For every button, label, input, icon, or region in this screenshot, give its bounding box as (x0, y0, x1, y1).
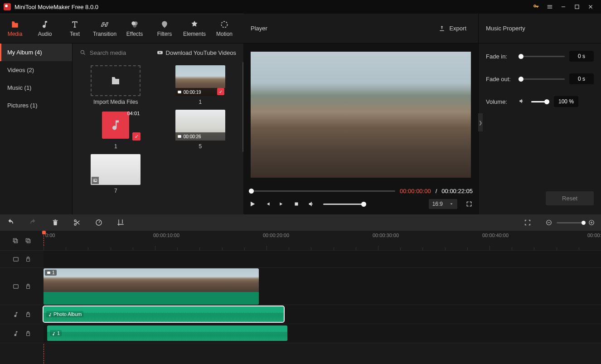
download-youtube-link[interactable]: Download YouTube Videos (157, 49, 236, 56)
add-track-icon[interactable] (12, 238, 19, 244)
svg-point-11 (94, 180, 95, 180)
remove-track-icon[interactable] (25, 238, 31, 244)
audio-clip[interactable]: 1 (47, 325, 287, 341)
fit-timeline-button[interactable] (524, 219, 531, 226)
lock-icon[interactable] (25, 257, 31, 262)
fade-in-label: Fade in: (486, 53, 514, 60)
track-head-audio-2 (0, 324, 44, 343)
track-head-video (0, 268, 44, 305)
volume-value[interactable]: 100 % (554, 96, 578, 107)
media-item[interactable]: 00:00:26 5 (165, 110, 237, 150)
tab-media[interactable]: Media (0, 14, 30, 43)
hamburger-menu-icon[interactable] (543, 0, 557, 14)
media-item[interactable]: 04:01 ✓ 1 (80, 110, 152, 150)
svg-rect-24 (47, 272, 50, 274)
tab-transition[interactable]: Transition (90, 14, 120, 43)
prev-frame-button[interactable] (264, 201, 271, 207)
svg-point-5 (221, 21, 227, 27)
fade-out-slider[interactable] (519, 78, 565, 80)
minimize-icon[interactable] (557, 0, 570, 14)
ruler-head (0, 231, 44, 251)
fade-in-value[interactable]: 0 s (569, 51, 594, 62)
track-audio-1[interactable]: Photo Album (44, 305, 601, 324)
tab-text[interactable]: Text (60, 14, 90, 43)
time-total: 00:00:22:05 (441, 188, 473, 194)
seek-slider[interactable] (249, 190, 395, 192)
speed-button[interactable] (95, 219, 102, 226)
zoom-slider[interactable] (557, 222, 584, 223)
fade-out-value[interactable]: 0 s (569, 73, 594, 84)
volume-slider[interactable] (323, 204, 364, 205)
sidebar-item-pictures[interactable]: Pictures (1) (0, 97, 72, 114)
close-icon[interactable] (584, 0, 597, 14)
album-sidebar: My Album (4) Videos (2) Music (1) Pictur… (0, 44, 73, 214)
audio-clip[interactable]: Photo Album (44, 306, 284, 322)
app-logo (4, 3, 11, 10)
check-icon: ✓ (217, 88, 224, 95)
volume-label: Volume: (486, 98, 514, 105)
time-ruler[interactable]: 0:00 00:00:10:00 00:00:20:00 00:00:30:00… (44, 231, 601, 251)
next-frame-button[interactable] (279, 201, 285, 207)
player-panel: Player Export 00:00:00:00 / 00:00:22:05 … (243, 14, 478, 214)
media-item[interactable]: 00:00:19 ✓ 1 (165, 65, 237, 105)
svg-point-4 (133, 24, 136, 27)
upgrade-key-icon[interactable] (529, 0, 543, 14)
media-panel: Search media Download YouTube Videos Imp… (73, 44, 243, 214)
tab-motion[interactable]: Motion (209, 14, 239, 43)
lock-icon[interactable] (25, 284, 31, 289)
player-title: Player (251, 25, 267, 32)
track-audio-2[interactable]: 1 (44, 324, 601, 343)
svg-rect-12 (295, 203, 298, 206)
track-head-overlay (0, 251, 44, 268)
split-button[interactable] (73, 219, 81, 226)
timeline: 0:00 00:00:10:00 00:00:20:00 00:00:30:00… (0, 231, 601, 364)
svg-point-6 (81, 50, 84, 53)
svg-rect-9 (178, 135, 181, 138)
svg-rect-1 (575, 5, 579, 9)
property-title: Music Property (479, 14, 601, 44)
tab-effects[interactable]: Effects (120, 14, 150, 43)
sidebar-item-music[interactable]: Music (1) (0, 79, 72, 97)
track-overlay[interactable] (44, 251, 601, 268)
svg-rect-8 (178, 91, 181, 93)
timeline-toolbar (0, 214, 601, 231)
media-item[interactable]: 7 (80, 154, 152, 194)
play-button[interactable] (249, 200, 256, 208)
video-preview[interactable] (251, 52, 471, 178)
app-title: MiniTool MovieMaker Free 8.0.0 (15, 4, 98, 10)
undo-button[interactable] (6, 218, 15, 227)
delete-button[interactable] (52, 219, 59, 226)
import-media-tile[interactable]: Import Media Files (80, 65, 152, 105)
stop-button[interactable] (293, 201, 300, 207)
zoom-out-button[interactable] (546, 219, 552, 226)
collapse-panel-button[interactable]: ❯ (478, 113, 483, 131)
sidebar-item-videos[interactable]: Videos (2) (0, 61, 72, 79)
fade-in-slider[interactable] (519, 56, 565, 57)
aspect-ratio-select[interactable]: 16:9 (429, 199, 457, 209)
track-video[interactable]: 1 (44, 268, 601, 305)
tab-elements[interactable]: Elements (179, 14, 209, 43)
crop-button[interactable] (117, 219, 124, 226)
tab-audio[interactable]: Audio (30, 14, 60, 43)
export-button[interactable]: Export (434, 22, 471, 35)
svg-rect-23 (14, 284, 19, 288)
image-icon (92, 177, 99, 184)
fullscreen-button[interactable] (465, 200, 473, 208)
property-panel: Music Property Fade in: 0 s Fade out: 0 … (478, 14, 601, 214)
maximize-icon[interactable] (570, 0, 584, 14)
search-input[interactable]: Search media (80, 49, 153, 56)
time-current: 00:00:00:00 (400, 188, 431, 194)
volume-icon[interactable] (308, 200, 315, 208)
reset-button[interactable]: Reset (546, 191, 594, 205)
volume-slider[interactable] (531, 101, 549, 102)
track-head-audio-1 (0, 305, 44, 324)
lock-icon[interactable] (25, 331, 31, 336)
svg-rect-22 (14, 257, 19, 261)
lock-icon[interactable] (25, 312, 31, 317)
video-clip[interactable]: 1 (44, 268, 259, 305)
music-icon (13, 311, 19, 318)
zoom-in-button[interactable] (588, 219, 595, 226)
tab-filters[interactable]: Filters (150, 14, 179, 43)
redo-button[interactable] (29, 218, 37, 227)
sidebar-item-my-album[interactable]: My Album (4) (0, 44, 72, 61)
